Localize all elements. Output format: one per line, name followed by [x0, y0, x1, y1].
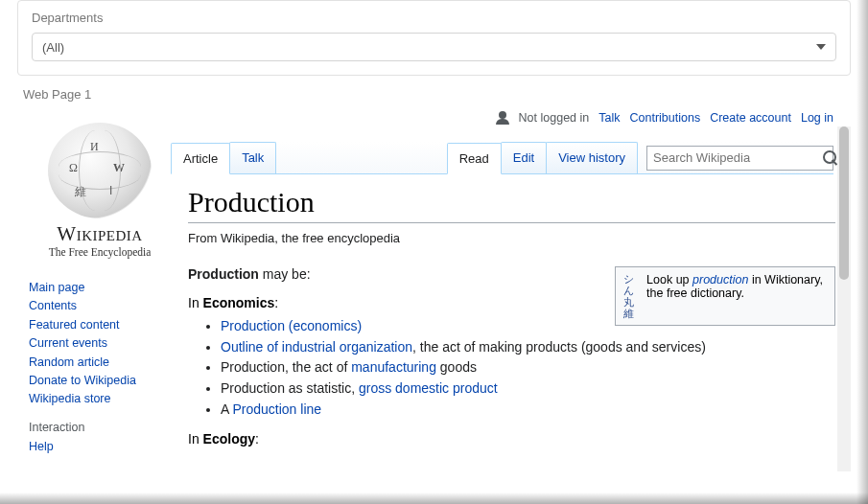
wiki-tagline: The Free Encyclopedia: [36, 246, 163, 258]
article-subtitle: From Wikipedia, the free encyclopedia: [188, 231, 835, 245]
sidebar-item-contents[interactable]: Contents: [29, 297, 171, 315]
tab-bar: Article Talk Read Edit View history: [171, 142, 833, 174]
search-box[interactable]: [646, 146, 833, 171]
user-icon: [496, 111, 509, 125]
scrollbar[interactable]: [837, 126, 851, 471]
article-body: Production From Wikipedia, the free ency…: [171, 186, 835, 447]
list-item: Production as statistic, gross domestic …: [221, 378, 835, 400]
link-outline-industrial-org[interactable]: Outline of industrial organization: [221, 339, 412, 355]
filter-value: (All): [42, 40, 64, 55]
toplink-talk[interactable]: Talk: [598, 111, 620, 125]
wiktionary-icon: シん丸 維: [623, 273, 639, 319]
wiktionary-box: シん丸 維 Look up production in Wiktionary, …: [615, 266, 835, 326]
toplink-create-account[interactable]: Create account: [710, 111, 791, 125]
sidebar-item-donate[interactable]: Donate to Wikipedia: [29, 372, 171, 390]
link-gdp[interactable]: gross domestic product: [359, 380, 498, 396]
wiktionary-link[interactable]: production: [692, 273, 748, 286]
sidebar-heading-interaction: Interaction: [29, 421, 171, 434]
sidebar-item-featured[interactable]: Featured content: [29, 316, 171, 334]
toplink-contributions[interactable]: Contributions: [630, 111, 701, 125]
sidebar-item-help[interactable]: Help: [29, 438, 171, 456]
wiktionary-text: Look up production in Wiktionary, the fr…: [646, 273, 827, 319]
page-label: Web Page 1: [23, 87, 868, 102]
list-item: A Production line: [221, 400, 835, 421]
filter-label: Departments: [32, 11, 836, 25]
tab-article[interactable]: Article: [171, 143, 230, 174]
sidebar-item-random[interactable]: Random article: [29, 354, 171, 372]
link-manufacturing[interactable]: manufacturing: [351, 359, 436, 375]
link-production-economics[interactable]: Production (economics): [221, 318, 362, 333]
article-title: Production: [188, 186, 835, 223]
wiki-logo[interactable]: ΩW維Иا Wikipedia The Free Encyclopedia: [36, 123, 163, 258]
list-item: Production, the act of manufacturing goo…: [221, 357, 835, 378]
globe-icon: ΩW維Иا: [48, 123, 152, 218]
sidebar-nav: Main page Contents Featured content Curr…: [29, 279, 171, 456]
filter-select[interactable]: (All): [32, 33, 836, 61]
tab-read[interactable]: Read: [447, 143, 502, 174]
section-ecology: In Ecology:: [188, 431, 835, 447]
search-input[interactable]: [647, 150, 820, 165]
filter-panel: Departments (All): [17, 0, 851, 76]
link-production-line[interactable]: Production line: [232, 401, 321, 417]
personal-tools: Not logged in Talk Contributions Create …: [496, 111, 833, 125]
wiki-main: Not logged in Talk Contributions Create …: [171, 107, 851, 471]
sidebar-item-current-events[interactable]: Current events: [29, 334, 171, 353]
tab-view-history[interactable]: View history: [546, 142, 638, 173]
not-logged-in-label: Not logged in: [519, 111, 590, 125]
tab-talk[interactable]: Talk: [229, 142, 276, 173]
list-economics: Production (economics) Outline of indust…: [221, 316, 835, 420]
tab-edit[interactable]: Edit: [501, 142, 547, 173]
webpage-frame: ΩW維Иا Wikipedia The Free Encyclopedia Ma…: [17, 107, 851, 471]
scrollbar-thumb[interactable]: [839, 126, 849, 280]
chevron-down-icon: [816, 44, 826, 50]
search-icon[interactable]: [820, 148, 833, 169]
list-item: Outline of industrial organization, the …: [221, 337, 835, 358]
wiki-wordmark: Wikipedia: [36, 222, 163, 246]
sidebar-item-main-page[interactable]: Main page: [29, 279, 171, 297]
toplink-log-in[interactable]: Log in: [801, 111, 833, 125]
sidebar-item-store[interactable]: Wikipedia store: [29, 390, 171, 408]
wiki-sidebar: ΩW維Иا Wikipedia The Free Encyclopedia Ma…: [17, 107, 171, 471]
